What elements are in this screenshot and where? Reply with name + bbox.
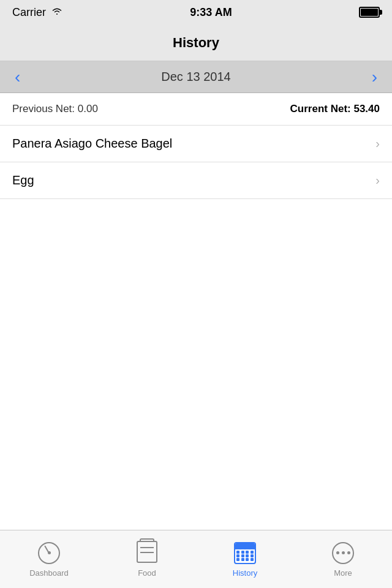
tab-dashboard-label: Dashboard xyxy=(29,568,69,578)
tab-bar: Dashboard Food xyxy=(0,530,392,588)
date-nav-bar: ‹ Dec 13 2014 › xyxy=(0,61,392,93)
current-date-label: Dec 13 2014 xyxy=(161,70,230,84)
tab-more-label: More xyxy=(334,568,352,578)
more-icon xyxy=(331,541,355,565)
food-item-label-0: Panera Asiago Cheese Bagel xyxy=(12,137,172,151)
food-item-label-1: Egg xyxy=(12,173,34,187)
tab-dashboard[interactable]: Dashboard xyxy=(0,530,98,588)
tab-food[interactable]: Food xyxy=(98,530,196,588)
tab-food-label: Food xyxy=(138,568,156,578)
next-date-button[interactable]: › xyxy=(367,69,382,86)
food-list-item-0[interactable]: Panera Asiago Cheese Bagel › xyxy=(0,126,392,162)
battery-icon xyxy=(359,7,380,18)
status-time: 9:33 AM xyxy=(190,6,232,19)
food-icon xyxy=(135,541,159,565)
page-title: History xyxy=(173,35,219,51)
nav-bar: History xyxy=(0,24,392,61)
chevron-right-icon-1: › xyxy=(375,173,380,187)
chevron-right-icon-0: › xyxy=(375,137,380,151)
carrier-label: Carrier xyxy=(12,6,46,19)
tab-history[interactable]: History xyxy=(196,530,294,588)
dashboard-icon xyxy=(37,541,61,565)
status-bar: Carrier 9:33 AM xyxy=(0,0,392,24)
previous-net-label: Previous Net: 0.00 xyxy=(12,103,98,115)
prev-date-button[interactable]: ‹ xyxy=(10,69,25,86)
carrier-info: Carrier xyxy=(12,6,63,19)
food-list-item-1[interactable]: Egg › xyxy=(0,162,392,199)
current-net-label: Current Net: 53.40 xyxy=(290,103,380,115)
tab-history-label: History xyxy=(233,568,257,578)
net-values-row: Previous Net: 0.00 Current Net: 53.40 xyxy=(0,93,392,125)
history-icon xyxy=(233,541,257,565)
tab-more[interactable]: More xyxy=(294,530,392,588)
wifi-icon xyxy=(51,6,63,19)
food-list: Panera Asiago Cheese Bagel › Egg › xyxy=(0,125,392,199)
